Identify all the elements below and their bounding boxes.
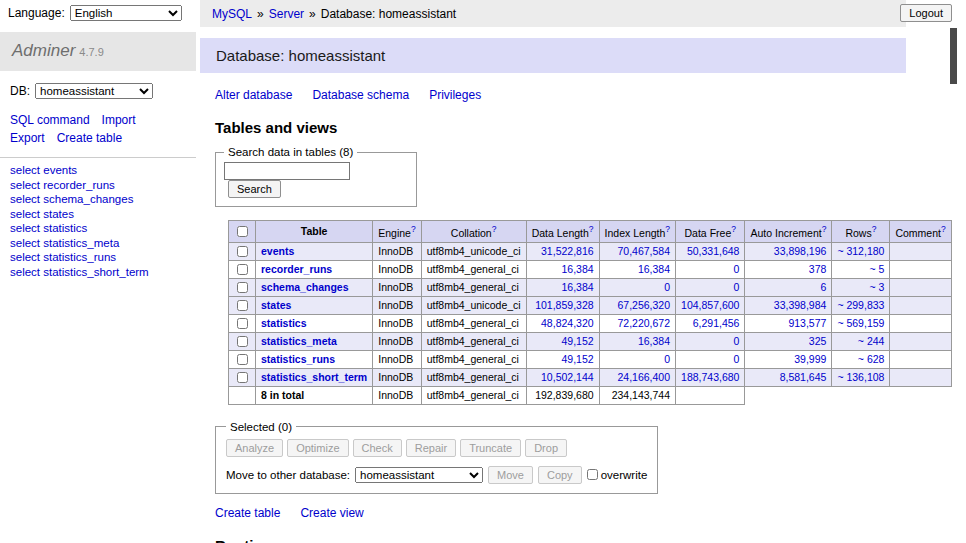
table-link-schema_changes[interactable]: schema_changes (261, 281, 349, 293)
row-checkbox-states[interactable] (237, 300, 248, 311)
auto-increment-link-statistics[interactable]: 913,577 (788, 317, 826, 329)
sidebar-link-select-recorder-runs[interactable]: select recorder_runs (10, 179, 115, 191)
move-button[interactable]: Move (488, 466, 533, 484)
language-select[interactable]: English (70, 5, 182, 21)
row-checkbox-recorder_runs[interactable] (237, 264, 248, 275)
index-length-link-statistics_runs[interactable]: 0 (664, 353, 670, 365)
breadcrumb-link-server[interactable]: Server (269, 7, 304, 21)
sql-command-link[interactable]: SQL command (10, 113, 90, 127)
table-link-states[interactable]: states (261, 299, 291, 311)
row-checkbox-statistics_runs[interactable] (237, 354, 248, 365)
index-length-link-states[interactable]: 67,256,320 (617, 299, 670, 311)
column-help-link[interactable]: ? (822, 224, 827, 234)
data-free-link-states[interactable]: 104,857,600 (681, 299, 739, 311)
analyze-button[interactable]: Analyze (226, 439, 283, 457)
table-link-events[interactable]: events (261, 245, 294, 257)
data-length-link-statistics[interactable]: 48,824,320 (541, 317, 594, 329)
data-length-link-statistics_short_term[interactable]: 10,502,144 (541, 371, 594, 383)
privileges-link[interactable]: Privileges (429, 88, 481, 102)
data-free-link-recorder_runs[interactable]: 0 (734, 263, 740, 275)
auto-increment-link-states[interactable]: 33,398,984 (774, 299, 827, 311)
data-free-link-statistics[interactable]: 6,291,456 (693, 317, 740, 329)
adminer-logo-link[interactable]: Adminer (12, 41, 75, 60)
db-select[interactable]: homeassistant (35, 83, 153, 99)
search-button[interactable]: Search (228, 180, 281, 198)
rows-link-events[interactable]: ~ 312,180 (837, 245, 884, 257)
sidebar-create-table-link[interactable]: Create table (57, 131, 122, 145)
sidebar-link-select-statistics-meta[interactable]: select statistics_meta (10, 237, 119, 249)
move-db-select[interactable]: homeassistant (355, 467, 483, 483)
data-length-link-schema_changes[interactable]: 16,384 (561, 281, 593, 293)
sidebar-link-select-schema-changes[interactable]: select schema_changes (10, 193, 133, 205)
create-view-link[interactable]: Create view (300, 506, 363, 520)
row-checkbox-schema_changes[interactable] (237, 282, 248, 293)
search-input[interactable] (224, 162, 350, 180)
table-link-statistics_meta[interactable]: statistics_meta (261, 335, 337, 347)
auto-increment-link-schema_changes[interactable]: 6 (821, 281, 827, 293)
data-free-link-schema_changes[interactable]: 0 (734, 281, 740, 293)
breadcrumb-link-mysql[interactable]: MySQL (212, 7, 252, 21)
alter-database-link[interactable]: Alter database (215, 88, 292, 102)
rows-link-statistics_short_term[interactable]: ~ 136,108 (837, 371, 884, 383)
column-help-link[interactable]: ? (941, 224, 946, 234)
data-free-link-events[interactable]: 50,331,648 (687, 245, 740, 257)
select-all-checkbox[interactable] (237, 226, 248, 237)
row-checkbox-statistics_meta[interactable] (237, 336, 248, 347)
column-help-link[interactable]: ? (731, 224, 736, 234)
index-length-link-recorder_runs[interactable]: 16,384 (638, 263, 670, 275)
column-help-link[interactable]: ? (872, 224, 877, 234)
create-table-link[interactable]: Create table (215, 506, 280, 520)
rows-link-states[interactable]: ~ 299,833 (837, 299, 884, 311)
drop-button[interactable]: Drop (525, 439, 567, 457)
export-link[interactable]: Export (10, 131, 45, 145)
auto-increment-link-statistics_short_term[interactable]: 8,581,645 (780, 371, 827, 383)
rows-link-schema_changes[interactable]: ~ 3 (870, 281, 885, 293)
sidebar-link-select-statistics-short-term[interactable]: select statistics_short_term (10, 266, 149, 278)
index-length-link-schema_changes[interactable]: 0 (664, 281, 670, 293)
truncate-button[interactable]: Truncate (460, 439, 521, 457)
sidebar-link-select-statistics[interactable]: select statistics (10, 222, 87, 234)
data-length-link-events[interactable]: 31,522,816 (541, 245, 594, 257)
auto-increment-link-statistics_meta[interactable]: 325 (809, 335, 827, 347)
copy-button[interactable]: Copy (538, 466, 582, 484)
optimize-button[interactable]: Optimize (287, 439, 348, 457)
rows-link-recorder_runs[interactable]: ~ 5 (870, 263, 885, 275)
index-length-link-events[interactable]: 70,467,584 (617, 245, 670, 257)
column-help-link[interactable]: ? (411, 224, 416, 234)
table-link-statistics_short_term[interactable]: statistics_short_term (261, 371, 367, 383)
column-help-link[interactable]: ? (589, 224, 594, 234)
check-button[interactable]: Check (353, 439, 402, 457)
index-length-link-statistics_meta[interactable]: 16,384 (638, 335, 670, 347)
repair-button[interactable]: Repair (406, 439, 456, 457)
index-length-link-statistics_short_term[interactable]: 24,166,400 (617, 371, 670, 383)
overwrite-checkbox[interactable] (587, 469, 598, 480)
sidebar-link-select-statistics-runs[interactable]: select statistics_runs (10, 251, 116, 263)
rows-link-statistics[interactable]: ~ 569,159 (837, 317, 884, 329)
rows-link-statistics_meta[interactable]: ~ 244 (858, 335, 885, 347)
row-checkbox-statistics_short_term[interactable] (237, 372, 248, 383)
sidebar-link-select-events[interactable]: select events (10, 164, 77, 176)
data-length-link-recorder_runs[interactable]: 16,384 (561, 263, 593, 275)
column-help-link[interactable]: ? (665, 224, 670, 234)
import-link[interactable]: Import (102, 113, 136, 127)
table-link-recorder_runs[interactable]: recorder_runs (261, 263, 332, 275)
data-free-link-statistics_meta[interactable]: 0 (734, 335, 740, 347)
data-free-link-statistics_runs[interactable]: 0 (734, 353, 740, 365)
data-free-link-statistics_short_term[interactable]: 188,743,680 (681, 371, 739, 383)
table-link-statistics_runs[interactable]: statistics_runs (261, 353, 335, 365)
sidebar-link-select-states[interactable]: select states (10, 208, 74, 220)
auto-increment-link-statistics_runs[interactable]: 39,999 (794, 353, 826, 365)
rows-link-statistics_runs[interactable]: ~ 628 (858, 353, 885, 365)
data-length-link-statistics_meta[interactable]: 49,152 (561, 335, 593, 347)
auto-increment-link-recorder_runs[interactable]: 378 (809, 263, 827, 275)
row-checkbox-events[interactable] (237, 246, 248, 257)
auto-increment-link-events[interactable]: 33,898,196 (774, 245, 827, 257)
row-checkbox-statistics[interactable] (237, 318, 248, 329)
column-help-link[interactable]: ? (492, 224, 497, 234)
index-length-link-statistics[interactable]: 72,220,672 (617, 317, 670, 329)
logout-button[interactable]: Logout (900, 4, 952, 22)
table-link-statistics[interactable]: statistics (261, 317, 307, 329)
database-schema-link[interactable]: Database schema (312, 88, 409, 102)
data-length-link-states[interactable]: 101,859,328 (535, 299, 593, 311)
data-length-link-statistics_runs[interactable]: 49,152 (561, 353, 593, 365)
